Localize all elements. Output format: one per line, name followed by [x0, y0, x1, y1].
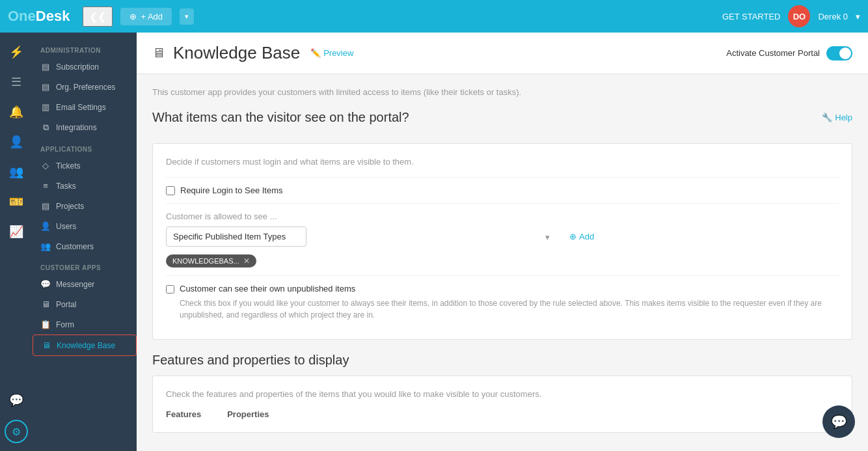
add-chevron-button[interactable]: ▾: [180, 8, 194, 25]
topbar: OneDesk ❮❮ ⊕ + Add ▾ GET STARTED DO Dere…: [0, 0, 868, 33]
settings-icon-button[interactable]: ⚙: [5, 420, 28, 443]
tag-knowledgebase: KNOWLEDGEBAS... ✕: [166, 254, 256, 267]
add-label: + Add: [141, 12, 163, 21]
email-settings-icon: ▥: [40, 102, 51, 112]
tag-label: KNOWLEDGEBAS...: [172, 257, 239, 265]
icon-bar-bell[interactable]: 🔔: [3, 99, 29, 125]
sidebar-label-tasks: Tasks: [56, 182, 76, 191]
icon-bar-ticket[interactable]: 🎫: [3, 189, 29, 215]
collapse-button[interactable]: ❮❮: [83, 7, 113, 27]
features-col: Features: [166, 409, 201, 419]
sidebar-item-users[interactable]: 👤 Users: [33, 216, 137, 236]
main-content: 🖥 Knowledge Base ✏️ Preview Activate Cus…: [137, 33, 868, 451]
help-link[interactable]: 🔧 Help: [822, 113, 852, 122]
sidebar-item-customers[interactable]: 👥 Customers: [33, 236, 137, 256]
require-login-label[interactable]: Require Login to See Items: [180, 185, 283, 195]
icon-bar-person2[interactable]: 👥: [3, 159, 29, 185]
sidebar-item-portal[interactable]: 🖥 Portal: [33, 294, 137, 314]
sidebar-label-users: Users: [56, 222, 76, 231]
sidebar-label-projects: Projects: [56, 202, 84, 211]
tags-row: KNOWLEDGEBAS... ✕: [166, 254, 839, 267]
own-unpublished-checkbox[interactable]: [166, 285, 174, 294]
page-title: Knowledge Base: [173, 43, 300, 63]
help-label: Help: [835, 113, 852, 122]
section1-title: What items can the visitor see on the po…: [152, 110, 409, 125]
sidebar-item-messenger[interactable]: 💬 Messenger: [33, 274, 137, 294]
icon-bar-chat[interactable]: 💬: [3, 387, 29, 413]
preview-button[interactable]: ✏️ Preview: [310, 48, 353, 58]
section2-title: Features and properties to display: [152, 353, 852, 368]
own-unpublished-row: Customer can see their own unpublished i…: [166, 284, 839, 321]
page-icon: 🖥: [152, 46, 165, 61]
chat-bubble-button[interactable]: 💬: [822, 405, 855, 438]
preview-label: Preview: [323, 48, 353, 58]
help-icon: 🔧: [822, 113, 832, 122]
main-layout: ⚡ ☰ 🔔 👤 👥 🎫 📈 💬 ⚙ ADMINISTRATION ▤ Subsc…: [0, 33, 868, 451]
get-started-button[interactable]: GET STARTED: [722, 12, 781, 21]
user-name[interactable]: Derek 0: [818, 12, 848, 21]
sidebar-admin-title: ADMINISTRATION: [33, 39, 137, 57]
sidebar-item-tasks[interactable]: ≡ Tasks: [33, 176, 137, 196]
logo-desk: Desk: [36, 8, 70, 24]
own-unpublished-desc: Check this box if you would like your cu…: [180, 297, 839, 321]
add-button[interactable]: ⊕ + Add: [120, 8, 172, 25]
knowledge-base-icon: 🖥: [41, 340, 51, 350]
sidebar-label-tickets: Tickets: [56, 161, 81, 171]
properties-col: Properties: [227, 409, 269, 419]
tickets-icon: ◇: [40, 161, 51, 171]
sidebar-label-messenger: Messenger: [56, 280, 94, 289]
require-login-row: Require Login to See Items: [166, 185, 839, 195]
own-unpublished-label[interactable]: Customer can see their own unpublished i…: [180, 284, 839, 294]
logo: OneDesk: [8, 8, 70, 25]
sidebar-item-projects[interactable]: ▤ Projects: [33, 196, 137, 216]
sidebar-item-knowledge-base[interactable]: 🖥 Knowledge Base: [33, 335, 137, 356]
pencil-icon: ✏️: [310, 48, 321, 58]
sidebar-item-tickets[interactable]: ◇ Tickets: [33, 156, 137, 176]
customers-icon: 👥: [40, 241, 51, 251]
icon-bar-analytics[interactable]: 📈: [3, 219, 29, 245]
sidebar-item-integrations[interactable]: ⧉ Integrations: [33, 117, 137, 138]
sidebar: ADMINISTRATION ▤ Subscription ▤ Org. Pre…: [33, 33, 137, 451]
require-login-checkbox[interactable]: [166, 186, 175, 195]
features-col-title: Features: [166, 409, 201, 419]
sidebar-customer-apps-title: CUSTOMER APPS: [33, 256, 137, 274]
add-tag-label: Add: [579, 232, 594, 241]
subscription-icon: ▤: [40, 62, 51, 72]
sidebar-label-portal: Portal: [56, 300, 76, 309]
user-chevron-icon[interactable]: ▾: [856, 12, 860, 21]
select-row: Specific Published Item Types All Items …: [166, 226, 839, 247]
sidebar-item-email-settings[interactable]: ▥ Email Settings: [33, 97, 137, 117]
toggle-thumb: [839, 48, 851, 59]
features-card: Check the features and properties of the…: [152, 376, 852, 433]
tag-remove-button[interactable]: ✕: [243, 256, 250, 266]
logo-one: One: [8, 8, 36, 24]
sidebar-label-subscription: Subscription: [56, 62, 99, 72]
messenger-icon: 💬: [40, 279, 51, 289]
features-desc: Check the features and properties of the…: [166, 389, 839, 399]
visibility-card: Decide if customers must login and what …: [152, 143, 852, 340]
sidebar-item-form[interactable]: 📋 Form: [33, 314, 137, 335]
features-columns: Features Properties: [166, 409, 839, 419]
activate-customer-portal-label: Activate Customer Portal: [726, 48, 820, 58]
icon-bar-list[interactable]: ☰: [3, 69, 29, 95]
item-type-select[interactable]: Specific Published Item Types All Items …: [166, 226, 306, 247]
avatar: DO: [788, 5, 810, 27]
page-description: This customer app provides your customer…: [152, 87, 852, 97]
add-circle-icon: ⊕: [569, 232, 576, 241]
users-icon: 👤: [40, 221, 51, 231]
header-right: Activate Customer Portal: [726, 46, 852, 61]
icon-bar-dashboard[interactable]: ⚡: [3, 39, 29, 65]
own-unpublished-content: Customer can see their own unpublished i…: [180, 284, 839, 321]
properties-col-title: Properties: [227, 409, 269, 419]
tasks-icon: ≡: [40, 181, 51, 191]
sidebar-apps-title: APPLICATIONS: [33, 138, 137, 156]
content-header: 🖥 Knowledge Base ✏️ Preview Activate Cus…: [137, 33, 868, 74]
icon-bar: ⚡ ☰ 🔔 👤 👥 🎫 📈 💬 ⚙: [0, 33, 33, 451]
sidebar-item-org-preferences[interactable]: ▤ Org. Preferences: [33, 77, 137, 97]
add-tag-button[interactable]: ⊕ Add: [563, 228, 601, 245]
sidebar-item-subscription[interactable]: ▤ Subscription: [33, 57, 137, 77]
activate-toggle[interactable]: [826, 46, 852, 61]
sidebar-label-org-preferences: Org. Preferences: [56, 83, 115, 92]
icon-bar-people[interactable]: 👤: [3, 129, 29, 155]
org-preferences-icon: ▤: [40, 82, 51, 92]
